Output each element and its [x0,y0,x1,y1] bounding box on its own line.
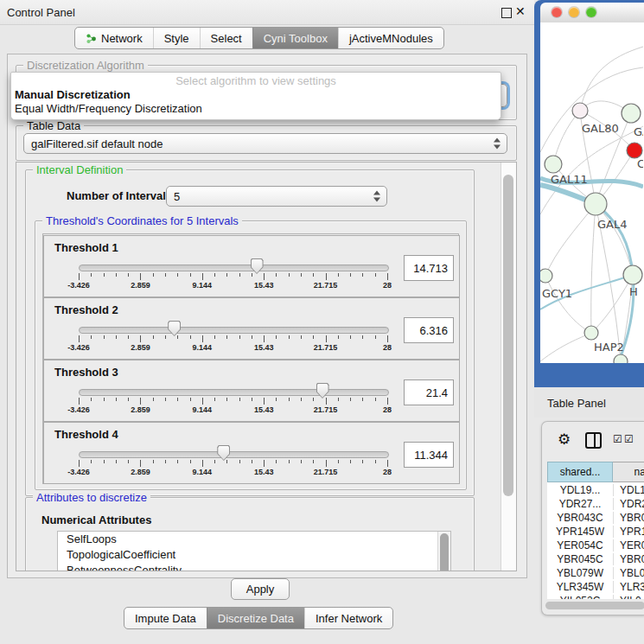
tab-discretize-data[interactable]: Discretize Data [207,608,304,628]
slider-tick-label: 2.859 [131,468,150,476]
network-edge[interactable] [591,204,596,333]
tab-style[interactable]: Style [153,28,200,48]
dropdown-item-manual-discretization[interactable]: Manual Discretization [15,88,497,101]
tab-label: Network [101,32,143,45]
slider-tick [202,460,203,467]
control-panel-title: Control Panel [7,6,75,19]
slider-tick [226,398,227,401]
slider-tick [239,335,240,339]
slider-tick [239,398,240,401]
tab-jactivemnodules[interactable]: jActiveMNodules [338,28,443,48]
network-node[interactable] [627,143,642,158]
cell-name: YPR1 [613,526,644,538]
attribute-item-topologicalcoefficient[interactable]: TopologicalCoefficient [58,547,450,563]
network-node[interactable] [623,265,642,284]
slider-tick [264,335,265,342]
table-row[interactable]: YER054CYER0 [547,539,644,553]
attributes-scrollbar[interactable] [437,532,450,571]
slider-tick-label: 15.43 [254,405,274,414]
network-edge[interactable] [545,204,596,276]
network-canvas[interactable]: GAL80GACGAL11GAL4GCY1HHAP2 [540,22,644,363]
tab-cyni-toolbox[interactable]: Cyni Toolbox [252,28,338,48]
tab-network[interactable]: Network [75,28,153,48]
network-node[interactable] [584,193,607,215]
tab-label: Cyni Toolbox [264,32,328,45]
table-row[interactable]: YIL052CYIL0 [547,595,644,599]
network-edge[interactable] [580,47,643,111]
slider-tick [301,398,302,401]
attribute-item-selfloops[interactable]: SelfLoops [58,532,450,547]
slider-tick [326,273,327,280]
table-row[interactable]: YPR145WYPR1 [547,526,644,539]
slider-track[interactable] [79,265,389,271]
network-window-titlebar[interactable] [540,3,644,23]
node-attribute-table[interactable]: shared... name YDL19...YDL1YDR27...YDR2Y… [547,462,644,599]
table-row[interactable]: YBR043CYBR0 [547,512,644,526]
number-of-intervals-combobox[interactable]: 5 [166,186,387,207]
table-row[interactable]: YBL079WYBL0 [547,567,644,581]
tab-impute-data[interactable]: Impute Data [124,608,207,628]
table-data-combobox[interactable]: galFiltered.sif default node [23,133,507,154]
slider-knob[interactable] [217,445,230,461]
slider-tick [264,460,265,467]
table-row[interactable]: YLR345WYLR3 [547,581,644,595]
settings-vertical-scrollbar[interactable] [501,163,516,571]
cell-shared-name: YDR27... [547,498,613,510]
network-node[interactable] [584,326,598,340]
table-row[interactable]: YBR045CYBR0 [547,553,644,567]
checkbox-icon[interactable]: ☑ [613,433,622,445]
slider-knob[interactable] [251,258,264,274]
threshold-value-field[interactable]: 14.713 [404,255,454,281]
close-icon[interactable]: ✕ [515,4,526,18]
slider-knob[interactable] [316,383,329,399]
close-traffic-icon[interactable] [552,7,562,17]
threshold-panel-3: Threshold 3-3.4262.8599.14415.4321.71528… [43,360,460,422]
interval-definition-title: Interval Definition [33,163,126,176]
tab-select[interactable]: Select [200,28,252,48]
network-edge[interactable] [540,333,591,361]
slider-tick [362,398,363,401]
network-node[interactable] [545,156,562,173]
slider-tick [128,460,129,463]
column-header-name[interactable]: name [613,462,644,482]
gear-icon[interactable]: ⚙ [558,430,571,449]
attribute-item-betweennesscentrality[interactable]: BetweennessCentrality [58,563,450,571]
network-node[interactable] [614,354,628,363]
node-label-gal11: GAL11 [551,173,588,186]
threshold-value-field[interactable]: 11.344 [404,442,454,468]
slider-track[interactable] [79,451,389,458]
numerical-attributes-list[interactable]: SelfLoopsTopologicalCoefficientBetweenne… [57,531,451,571]
slider-tick [190,335,191,339]
network-node[interactable] [622,104,641,123]
slider-tick [326,335,327,342]
table-horizontal-scrollbar[interactable] [545,602,644,609]
dropdown-item-equal-width-frequency-discretization[interactable]: Equal Width/Frequency Discretization [15,102,497,115]
slider-track[interactable] [79,389,389,396]
minimize-traffic-icon[interactable] [569,7,579,17]
slider-tick [214,460,215,463]
network-node[interactable] [540,269,552,283]
slider-tick [140,273,141,280]
network-node[interactable] [572,103,588,118]
slider-tick [362,335,363,339]
float-window-icon[interactable] [501,8,512,18]
slider-knob[interactable] [168,321,181,336]
table-row[interactable]: YDR27...YDR2 [547,498,644,512]
split-view-icon[interactable] [585,432,602,449]
threshold-value-field[interactable]: 6.316 [404,317,454,343]
column-header-shared-name[interactable]: shared... [547,462,613,482]
checkbox-icon[interactable]: ☑ [624,433,634,445]
table-row[interactable]: YDL19...YDL1 [547,484,644,498]
thresholds-group-title: Threshold's Coordinates for 5 Intervals [42,214,242,227]
network-edge-highlighted[interactable] [596,204,633,275]
network-edge[interactable] [545,276,591,333]
apply-button[interactable]: Apply [231,578,290,600]
tab-infer-network[interactable]: Infer Network [304,608,392,628]
slider-tick [375,398,376,401]
slider-tick [226,273,227,277]
zoom-traffic-icon[interactable] [586,7,596,17]
network-edge[interactable] [596,204,633,275]
slider-tick [214,335,215,339]
slider-track[interactable] [79,327,389,334]
threshold-value-field[interactable]: 21.4 [404,379,454,405]
